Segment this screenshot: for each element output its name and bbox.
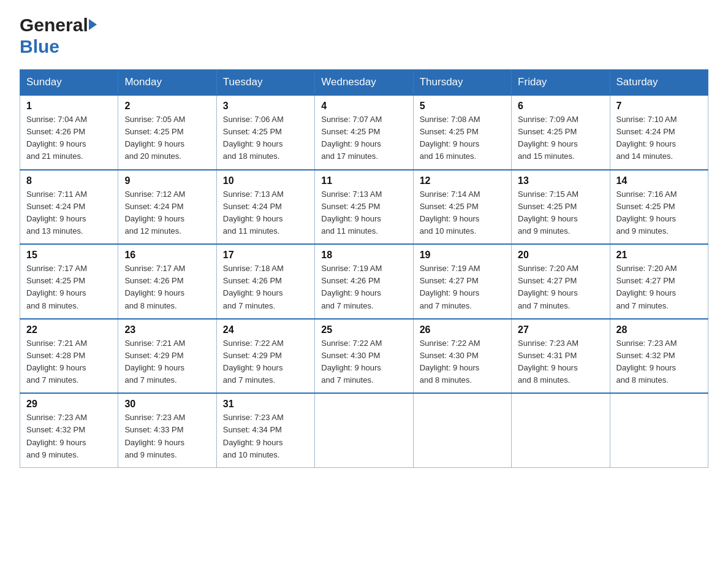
calendar-cell: 9Sunrise: 7:12 AMSunset: 4:24 PMDaylight… xyxy=(118,170,216,245)
calendar-cell: 30Sunrise: 7:23 AMSunset: 4:33 PMDayligh… xyxy=(118,393,216,467)
calendar-cell: 19Sunrise: 7:19 AMSunset: 4:27 PMDayligh… xyxy=(413,244,511,319)
logo: General Blue xyxy=(20,15,97,57)
col-header-thursday: Thursday xyxy=(413,70,511,96)
day-info: Sunrise: 7:23 AMSunset: 4:34 PMDaylight:… xyxy=(223,412,308,461)
calendar-cell: 3Sunrise: 7:06 AMSunset: 4:25 PMDaylight… xyxy=(216,95,314,170)
calendar-cell: 11Sunrise: 7:13 AMSunset: 4:25 PMDayligh… xyxy=(315,170,413,245)
day-info: Sunrise: 7:07 AMSunset: 4:25 PMDaylight:… xyxy=(321,113,406,163)
calendar-cell: 14Sunrise: 7:16 AMSunset: 4:25 PMDayligh… xyxy=(610,170,708,245)
calendar-cell: 5Sunrise: 7:08 AMSunset: 4:25 PMDaylight… xyxy=(413,95,511,170)
day-number: 30 xyxy=(124,399,210,410)
day-info: Sunrise: 7:17 AMSunset: 4:26 PMDaylight:… xyxy=(124,262,210,312)
col-header-wednesday: Wednesday xyxy=(315,70,413,96)
day-info: Sunrise: 7:12 AMSunset: 4:24 PMDaylight:… xyxy=(124,188,210,238)
col-header-saturday: Saturday xyxy=(610,70,708,96)
calendar-cell: 23Sunrise: 7:21 AMSunset: 4:29 PMDayligh… xyxy=(118,319,216,394)
day-info: Sunrise: 7:08 AMSunset: 4:25 PMDaylight:… xyxy=(420,113,505,163)
day-number: 26 xyxy=(420,324,505,335)
day-info: Sunrise: 7:13 AMSunset: 4:24 PMDaylight:… xyxy=(223,188,308,238)
calendar-table: SundayMondayTuesdayWednesdayThursdayFrid… xyxy=(20,69,708,468)
calendar-cell: 20Sunrise: 7:20 AMSunset: 4:27 PMDayligh… xyxy=(512,244,610,319)
calendar-cell: 8Sunrise: 7:11 AMSunset: 4:24 PMDaylight… xyxy=(20,170,118,245)
calendar-cell: 25Sunrise: 7:22 AMSunset: 4:30 PMDayligh… xyxy=(315,319,413,394)
day-number: 6 xyxy=(518,101,603,112)
day-number: 14 xyxy=(616,175,702,186)
calendar-header-row: SundayMondayTuesdayWednesdayThursdayFrid… xyxy=(20,70,708,96)
calendar-cell: 13Sunrise: 7:15 AMSunset: 4:25 PMDayligh… xyxy=(512,170,610,245)
day-info: Sunrise: 7:19 AMSunset: 4:26 PMDaylight:… xyxy=(321,262,406,312)
calendar-cell: 29Sunrise: 7:23 AMSunset: 4:32 PMDayligh… xyxy=(20,393,118,467)
day-info: Sunrise: 7:20 AMSunset: 4:27 PMDaylight:… xyxy=(616,262,702,312)
col-header-tuesday: Tuesday xyxy=(216,70,314,96)
day-info: Sunrise: 7:20 AMSunset: 4:27 PMDaylight:… xyxy=(518,262,603,312)
calendar-cell: 22Sunrise: 7:21 AMSunset: 4:28 PMDayligh… xyxy=(20,319,118,394)
day-number: 15 xyxy=(26,250,112,261)
day-number: 27 xyxy=(518,324,603,335)
calendar-cell: 18Sunrise: 7:19 AMSunset: 4:26 PMDayligh… xyxy=(315,244,413,319)
day-number: 17 xyxy=(223,250,308,261)
day-info: Sunrise: 7:21 AMSunset: 4:29 PMDaylight:… xyxy=(124,337,210,387)
calendar-cell: 2Sunrise: 7:05 AMSunset: 4:25 PMDaylight… xyxy=(118,95,216,170)
day-info: Sunrise: 7:13 AMSunset: 4:25 PMDaylight:… xyxy=(321,188,406,238)
day-info: Sunrise: 7:05 AMSunset: 4:25 PMDaylight:… xyxy=(124,113,210,163)
day-number: 13 xyxy=(518,175,603,186)
day-number: 8 xyxy=(26,175,112,186)
day-number: 1 xyxy=(26,101,112,112)
calendar-cell: 15Sunrise: 7:17 AMSunset: 4:25 PMDayligh… xyxy=(20,244,118,319)
day-info: Sunrise: 7:22 AMSunset: 4:29 PMDaylight:… xyxy=(223,337,308,387)
day-number: 23 xyxy=(124,324,210,335)
day-info: Sunrise: 7:10 AMSunset: 4:24 PMDaylight:… xyxy=(616,113,702,163)
day-info: Sunrise: 7:22 AMSunset: 4:30 PMDaylight:… xyxy=(420,337,505,387)
calendar-cell xyxy=(610,393,708,467)
day-number: 29 xyxy=(26,399,112,410)
day-info: Sunrise: 7:14 AMSunset: 4:25 PMDaylight:… xyxy=(420,188,505,238)
col-header-monday: Monday xyxy=(118,70,216,96)
day-info: Sunrise: 7:04 AMSunset: 4:26 PMDaylight:… xyxy=(26,113,112,163)
calendar-cell: 24Sunrise: 7:22 AMSunset: 4:29 PMDayligh… xyxy=(216,319,314,394)
calendar-cell xyxy=(413,393,511,467)
day-number: 11 xyxy=(321,175,406,186)
day-number: 18 xyxy=(321,250,406,261)
day-number: 31 xyxy=(223,399,308,410)
day-number: 5 xyxy=(420,101,505,112)
day-number: 25 xyxy=(321,324,406,335)
day-number: 7 xyxy=(616,101,702,112)
day-number: 21 xyxy=(616,250,702,261)
day-info: Sunrise: 7:16 AMSunset: 4:25 PMDaylight:… xyxy=(616,188,702,238)
logo-triangle-icon xyxy=(89,19,97,30)
calendar-cell: 10Sunrise: 7:13 AMSunset: 4:24 PMDayligh… xyxy=(216,170,314,245)
day-number: 20 xyxy=(518,250,603,261)
day-info: Sunrise: 7:09 AMSunset: 4:25 PMDaylight:… xyxy=(518,113,603,163)
day-number: 3 xyxy=(223,101,308,112)
day-number: 24 xyxy=(223,324,308,335)
calendar-cell: 4Sunrise: 7:07 AMSunset: 4:25 PMDaylight… xyxy=(315,95,413,170)
day-info: Sunrise: 7:23 AMSunset: 4:32 PMDaylight:… xyxy=(616,337,702,387)
logo-general-text: General xyxy=(20,15,88,36)
logo-blue-text: Blue xyxy=(20,36,59,58)
calendar-cell xyxy=(315,393,413,467)
calendar-cell: 26Sunrise: 7:22 AMSunset: 4:30 PMDayligh… xyxy=(413,319,511,394)
calendar-cell: 7Sunrise: 7:10 AMSunset: 4:24 PMDaylight… xyxy=(610,95,708,170)
day-info: Sunrise: 7:23 AMSunset: 4:32 PMDaylight:… xyxy=(26,412,112,461)
calendar-cell: 1Sunrise: 7:04 AMSunset: 4:26 PMDaylight… xyxy=(20,95,118,170)
day-info: Sunrise: 7:18 AMSunset: 4:26 PMDaylight:… xyxy=(223,262,308,312)
calendar-cell: 21Sunrise: 7:20 AMSunset: 4:27 PMDayligh… xyxy=(610,244,708,319)
day-info: Sunrise: 7:22 AMSunset: 4:30 PMDaylight:… xyxy=(321,337,406,387)
day-info: Sunrise: 7:11 AMSunset: 4:24 PMDaylight:… xyxy=(26,188,112,238)
calendar-cell xyxy=(512,393,610,467)
day-number: 19 xyxy=(420,250,505,261)
day-info: Sunrise: 7:21 AMSunset: 4:28 PMDaylight:… xyxy=(26,337,112,387)
day-number: 9 xyxy=(124,175,210,186)
day-info: Sunrise: 7:23 AMSunset: 4:33 PMDaylight:… xyxy=(124,412,210,461)
day-number: 4 xyxy=(321,101,406,112)
calendar-row-2: 8Sunrise: 7:11 AMSunset: 4:24 PMDaylight… xyxy=(20,170,708,245)
calendar-cell: 27Sunrise: 7:23 AMSunset: 4:31 PMDayligh… xyxy=(512,319,610,394)
day-info: Sunrise: 7:19 AMSunset: 4:27 PMDaylight:… xyxy=(420,262,505,312)
day-info: Sunrise: 7:06 AMSunset: 4:25 PMDaylight:… xyxy=(223,113,308,163)
calendar-cell: 16Sunrise: 7:17 AMSunset: 4:26 PMDayligh… xyxy=(118,244,216,319)
col-header-friday: Friday xyxy=(512,70,610,96)
day-info: Sunrise: 7:23 AMSunset: 4:31 PMDaylight:… xyxy=(518,337,603,387)
col-header-sunday: Sunday xyxy=(20,70,118,96)
page-header: General Blue xyxy=(20,15,708,57)
calendar-cell: 17Sunrise: 7:18 AMSunset: 4:26 PMDayligh… xyxy=(216,244,314,319)
